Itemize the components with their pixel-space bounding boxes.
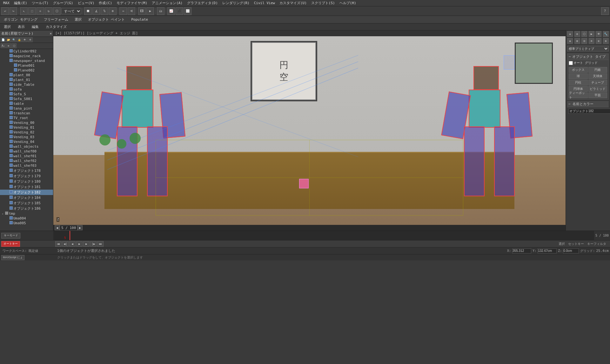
select-region-button[interactable]: ⬚: [28, 7, 36, 15]
tree-item-tmp[interactable]: ▸tmp: [0, 211, 53, 216]
tree-item-newspaper_stand[interactable]: newspaper_stand: [0, 58, 53, 63]
layer-manager-button[interactable]: 🗂: [157, 7, 164, 15]
menu-help[interactable]: ヘルプ(H): [338, 0, 358, 6]
help-button[interactable]: ?: [601, 7, 609, 15]
tree-item-Sofa_S001[interactable]: Sofa_S001: [0, 97, 53, 101]
tree-item-side_Table[interactable]: side_Table: [0, 82, 53, 87]
menu-edit[interactable]: 編集(E): [12, 0, 29, 6]
modify-tab-btn[interactable]: ⚙: [574, 31, 580, 37]
filter-icon[interactable]: 🔍: [11, 37, 17, 42]
tree-item-Cylinder092[interactable]: Cylinder092: [0, 49, 53, 54]
sort-az-icon[interactable]: A↓: [1, 43, 6, 48]
render-button[interactable]: ▶: [146, 7, 154, 15]
close-icon[interactable]: ✕: [50, 31, 52, 36]
angle-snap-toggle[interactable]: ∡: [92, 7, 100, 15]
new-scene-icon[interactable]: 📄: [1, 37, 6, 42]
tree-item-オブジェクト180[interactable]: オブジェクト180: [0, 179, 53, 184]
tree-item-Plane001[interactable]: Plane001: [0, 63, 53, 68]
tree-item-オブジェクト178[interactable]: オブジェクト178: [0, 168, 53, 173]
play-button[interactable]: ▶: [76, 241, 83, 247]
menu-modifier[interactable]: モディファイヤ(M): [115, 0, 149, 6]
rotate-button[interactable]: ↻: [45, 7, 52, 15]
percent-snap-toggle[interactable]: %: [101, 7, 108, 15]
material-editor-button[interactable]: ⬜: [184, 7, 191, 15]
move-button[interactable]: ✛: [37, 7, 44, 15]
open-scene-icon[interactable]: 📂: [6, 37, 11, 42]
reference-dropdown[interactable]: すべて: [61, 8, 81, 14]
align-button[interactable]: ⫷: [128, 7, 135, 15]
menu-graph-editor[interactable]: グラフエディタ(D): [185, 0, 220, 6]
z-coord-input[interactable]: [563, 248, 579, 253]
tree-item-tana_pint[interactable]: tana_pint: [0, 106, 53, 111]
key-mode-button[interactable]: キーモード: [1, 233, 20, 239]
tree-item-wall_shef02[interactable]: wall_shef02: [0, 158, 53, 163]
selection-tab[interactable]: 選択: [72, 17, 84, 23]
y-coord-input[interactable]: [538, 248, 557, 253]
tree-item-オブジェクト186[interactable]: オブジェクト186: [0, 206, 53, 211]
polygon-modeling-tab[interactable]: ポリゴン モデリング: [1, 17, 40, 23]
customize-tab[interactable]: カスタマイズ: [43, 24, 69, 30]
plane-btn[interactable]: 平面: [588, 92, 607, 98]
schematic-button[interactable]: ⬛: [176, 7, 183, 15]
box-btn[interactable]: ボックス: [569, 67, 588, 73]
object-paint-tab[interactable]: オブジェクト ペイント: [85, 17, 128, 23]
prev-frame-button[interactable]: ◀: [69, 241, 76, 247]
tree-item-trashcan[interactable]: trashcan: [0, 111, 53, 116]
menu-group[interactable]: グループ(G): [51, 0, 75, 6]
timeline-track[interactable]: 5: [53, 231, 594, 240]
tree-item-magazine_rack[interactable]: magazine_rack: [0, 54, 53, 58]
hierarchy-icon[interactable]: ⬡: [11, 43, 17, 48]
r-btn-b[interactable]: ⊞: [574, 38, 580, 44]
tree-item-table[interactable]: table: [0, 101, 53, 106]
tree-item-Uma004[interactable]: Uma004: [0, 216, 53, 221]
maxscript-button[interactable]: MAXScript にょ: [1, 255, 24, 260]
motion-tab-btn[interactable]: ▶: [589, 31, 594, 37]
curve-editor-button[interactable]: 📈: [167, 7, 175, 15]
cylinder-btn[interactable]: 円柱: [569, 80, 588, 85]
auto-key-button[interactable]: オートキー: [1, 241, 20, 247]
teapot-btn[interactable]: ティーポット: [569, 92, 588, 98]
r-btn-e[interactable]: ⊕: [596, 38, 601, 44]
prev-key-button[interactable]: ◀|: [62, 241, 69, 247]
r-btn-a[interactable]: ◈: [567, 38, 573, 44]
populate-tab[interactable]: Populate: [129, 17, 151, 22]
tree-item-wall_shef03[interactable]: wall_shef03: [0, 163, 53, 168]
render-icon2[interactable]: ⭘: [28, 37, 33, 42]
tree-item-Vending_02[interactable]: Vending_02: [0, 130, 53, 135]
layer-icon[interactable]: ≡: [6, 43, 11, 48]
scale-button[interactable]: ⬡: [53, 7, 61, 15]
go-start-button[interactable]: ⏮: [55, 241, 62, 247]
cone-btn[interactable]: 円錐: [588, 67, 607, 73]
menu-animation[interactable]: アニメーション(A): [150, 0, 184, 6]
tree-item-wall_shef01[interactable]: wall_shef01: [0, 154, 53, 158]
expand-icon[interactable]: ▸: [1, 212, 5, 215]
display-icon[interactable]: 👁: [22, 37, 27, 42]
tree-item-Uma005[interactable]: Uma005: [0, 221, 53, 226]
menu-scripting[interactable]: スクリプト(S): [309, 0, 337, 6]
redo-button[interactable]: ↪: [10, 7, 17, 15]
tree-item-オブジェクト184[interactable]: オブジェクト184: [0, 195, 53, 200]
undo-button[interactable]: ↩: [1, 7, 9, 15]
x-coord-input[interactable]: [512, 248, 531, 253]
tree-item-Sofa_S[interactable]: Sofa_S: [0, 92, 53, 97]
r-btn-d[interactable]: ≡: [589, 38, 594, 44]
display-tab[interactable]: 表示: [15, 24, 27, 30]
utility-tab-btn[interactable]: 🔧: [603, 31, 609, 37]
r-btn-c[interactable]: ⊟: [581, 38, 587, 44]
next-key-button[interactable]: |▶: [90, 241, 97, 247]
menu-rendering[interactable]: レンダリング(R): [220, 0, 251, 6]
render-setup-button[interactable]: 🎞: [138, 7, 146, 15]
tree-item-Vending_04[interactable]: Vending_04: [0, 139, 53, 144]
viewport-canvas[interactable]: 円空: [53, 36, 566, 225]
tree-item-wall_objects[interactable]: wall_objects: [0, 144, 53, 149]
next-frame-button2[interactable]: ▶: [83, 241, 90, 247]
spinner-snap-toggle[interactable]: ⊕: [109, 7, 117, 15]
tree-item-plant_00[interactable]: plant_00: [0, 73, 53, 78]
go-end-button[interactable]: ⏭: [97, 241, 104, 247]
tree-item-Vending_00[interactable]: Vending_00: [0, 120, 53, 125]
create-tab-btn[interactable]: ✚: [567, 31, 573, 37]
select-button[interactable]: ↖: [20, 7, 28, 15]
menu-max[interactable]: MAX: [1, 1, 11, 5]
tree-item-sofa[interactable]: sofa: [0, 87, 53, 92]
menu-tools[interactable]: ツール(T): [30, 0, 50, 6]
